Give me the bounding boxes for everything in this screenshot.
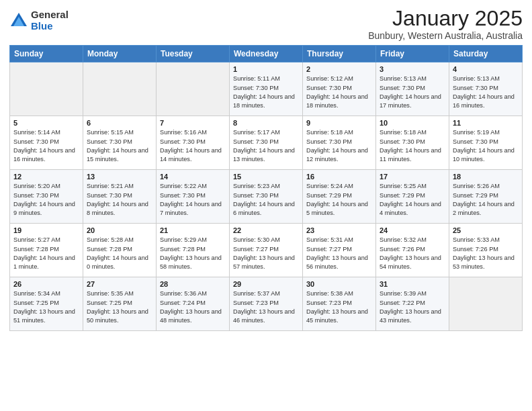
col-saturday: Saturday bbox=[449, 46, 523, 62]
calendar-cell: 24Sunrise: 5:32 AM Sunset: 7:26 PM Dayli… bbox=[376, 224, 449, 277]
day-number: 4 bbox=[453, 65, 519, 73]
day-info: Sunrise: 5:12 AM Sunset: 7:30 PM Dayligh… bbox=[306, 75, 372, 110]
day-number: 1 bbox=[233, 65, 299, 73]
day-number: 29 bbox=[233, 280, 299, 288]
calendar-cell: 20Sunrise: 5:28 AM Sunset: 7:28 PM Dayli… bbox=[83, 224, 157, 277]
calendar-cell: 30Sunrise: 5:38 AM Sunset: 7:23 PM Dayli… bbox=[303, 277, 376, 331]
day-number: 8 bbox=[233, 119, 299, 127]
day-number: 22 bbox=[233, 226, 299, 234]
day-info: Sunrise: 5:29 AM Sunset: 7:28 PM Dayligh… bbox=[160, 236, 226, 271]
day-number: 9 bbox=[306, 119, 372, 127]
calendar-cell bbox=[449, 277, 523, 331]
day-number: 26 bbox=[13, 280, 79, 288]
day-info: Sunrise: 5:31 AM Sunset: 7:27 PM Dayligh… bbox=[306, 236, 372, 271]
calendar-cell: 27Sunrise: 5:35 AM Sunset: 7:25 PM Dayli… bbox=[83, 277, 157, 331]
calendar-cell: 9Sunrise: 5:18 AM Sunset: 7:30 PM Daylig… bbox=[303, 116, 376, 170]
day-number: 28 bbox=[160, 280, 226, 288]
day-number: 6 bbox=[87, 119, 152, 127]
day-info: Sunrise: 5:21 AM Sunset: 7:30 PM Dayligh… bbox=[87, 182, 152, 218]
calendar-cell: 11Sunrise: 5:19 AM Sunset: 7:30 PM Dayli… bbox=[449, 116, 523, 170]
col-thursday: Thursday bbox=[303, 46, 376, 62]
page: General Blue January 2025 Bunbury, Weste… bbox=[0, 0, 532, 411]
calendar-cell: 2Sunrise: 5:12 AM Sunset: 7:30 PM Daylig… bbox=[303, 62, 376, 116]
logo: General Blue bbox=[9, 9, 69, 32]
calendar-cell: 29Sunrise: 5:37 AM Sunset: 7:23 PM Dayli… bbox=[230, 277, 303, 331]
header: General Blue January 2025 Bunbury, Weste… bbox=[9, 7, 523, 41]
day-number: 19 bbox=[13, 226, 79, 234]
month-title: January 2025 bbox=[368, 7, 523, 30]
calendar-cell: 1Sunrise: 5:11 AM Sunset: 7:30 PM Daylig… bbox=[230, 62, 303, 116]
day-number: 10 bbox=[380, 119, 445, 127]
calendar-cell bbox=[157, 62, 230, 116]
day-info: Sunrise: 5:22 AM Sunset: 7:30 PM Dayligh… bbox=[160, 182, 226, 218]
day-info: Sunrise: 5:18 AM Sunset: 7:30 PM Dayligh… bbox=[380, 128, 445, 164]
day-info: Sunrise: 5:19 AM Sunset: 7:30 PM Dayligh… bbox=[453, 128, 519, 164]
day-info: Sunrise: 5:18 AM Sunset: 7:30 PM Dayligh… bbox=[306, 128, 372, 164]
calendar-cell: 10Sunrise: 5:18 AM Sunset: 7:30 PM Dayli… bbox=[376, 116, 449, 170]
calendar-cell: 19Sunrise: 5:27 AM Sunset: 7:28 PM Dayli… bbox=[10, 224, 83, 277]
day-info: Sunrise: 5:33 AM Sunset: 7:26 PM Dayligh… bbox=[453, 236, 519, 271]
day-info: Sunrise: 5:37 AM Sunset: 7:23 PM Dayligh… bbox=[233, 289, 299, 325]
day-info: Sunrise: 5:25 AM Sunset: 7:29 PM Dayligh… bbox=[380, 182, 445, 218]
day-info: Sunrise: 5:36 AM Sunset: 7:24 PM Dayligh… bbox=[160, 289, 226, 325]
calendar-cell: 22Sunrise: 5:30 AM Sunset: 7:27 PM Dayli… bbox=[230, 224, 303, 277]
day-number: 15 bbox=[233, 173, 299, 181]
day-info: Sunrise: 5:26 AM Sunset: 7:29 PM Dayligh… bbox=[453, 182, 519, 218]
calendar-cell: 12Sunrise: 5:20 AM Sunset: 7:30 PM Dayli… bbox=[10, 170, 83, 224]
day-info: Sunrise: 5:30 AM Sunset: 7:27 PM Dayligh… bbox=[233, 236, 299, 271]
day-number: 30 bbox=[306, 280, 372, 288]
day-number: 17 bbox=[380, 173, 445, 181]
calendar-cell: 4Sunrise: 5:13 AM Sunset: 7:30 PM Daylig… bbox=[449, 62, 523, 116]
day-info: Sunrise: 5:14 AM Sunset: 7:30 PM Dayligh… bbox=[13, 128, 79, 164]
calendar-week-1: 1Sunrise: 5:11 AM Sunset: 7:30 PM Daylig… bbox=[10, 62, 523, 116]
day-number: 7 bbox=[160, 119, 226, 127]
calendar-week-2: 5Sunrise: 5:14 AM Sunset: 7:30 PM Daylig… bbox=[10, 116, 523, 170]
day-number: 11 bbox=[453, 119, 519, 127]
logo-icon bbox=[9, 11, 28, 30]
day-info: Sunrise: 5:35 AM Sunset: 7:25 PM Dayligh… bbox=[87, 289, 152, 325]
calendar-cell: 23Sunrise: 5:31 AM Sunset: 7:27 PM Dayli… bbox=[303, 224, 376, 277]
calendar-cell: 14Sunrise: 5:22 AM Sunset: 7:30 PM Dayli… bbox=[157, 170, 230, 224]
calendar-cell: 31Sunrise: 5:39 AM Sunset: 7:22 PM Dayli… bbox=[376, 277, 449, 331]
col-friday: Friday bbox=[376, 46, 449, 62]
calendar-header-row: Sunday Monday Tuesday Wednesday Thursday… bbox=[10, 46, 523, 62]
calendar-cell: 5Sunrise: 5:14 AM Sunset: 7:30 PM Daylig… bbox=[10, 116, 83, 170]
day-number: 21 bbox=[160, 226, 226, 234]
col-monday: Monday bbox=[83, 46, 157, 62]
calendar-cell: 3Sunrise: 5:13 AM Sunset: 7:30 PM Daylig… bbox=[376, 62, 449, 116]
logo-text: General Blue bbox=[31, 9, 69, 32]
calendar-cell: 28Sunrise: 5:36 AM Sunset: 7:24 PM Dayli… bbox=[157, 277, 230, 331]
day-number: 12 bbox=[13, 173, 79, 181]
day-info: Sunrise: 5:17 AM Sunset: 7:30 PM Dayligh… bbox=[233, 128, 299, 164]
day-number: 5 bbox=[13, 119, 79, 127]
day-info: Sunrise: 5:13 AM Sunset: 7:30 PM Dayligh… bbox=[380, 75, 445, 110]
logo-blue: Blue bbox=[31, 21, 69, 32]
calendar-cell: 18Sunrise: 5:26 AM Sunset: 7:29 PM Dayli… bbox=[449, 170, 523, 224]
day-number: 27 bbox=[87, 280, 152, 288]
col-sunday: Sunday bbox=[10, 46, 83, 62]
day-number: 18 bbox=[453, 173, 519, 181]
col-tuesday: Tuesday bbox=[157, 46, 230, 62]
calendar-cell: 17Sunrise: 5:25 AM Sunset: 7:29 PM Dayli… bbox=[376, 170, 449, 224]
day-number: 14 bbox=[160, 173, 226, 181]
day-number: 13 bbox=[87, 173, 152, 181]
day-info: Sunrise: 5:13 AM Sunset: 7:30 PM Dayligh… bbox=[453, 75, 519, 110]
location: Bunbury, Western Australia, Australia bbox=[368, 30, 523, 41]
day-info: Sunrise: 5:38 AM Sunset: 7:23 PM Dayligh… bbox=[306, 289, 372, 325]
day-number: 31 bbox=[380, 280, 445, 288]
calendar-cell: 7Sunrise: 5:16 AM Sunset: 7:30 PM Daylig… bbox=[157, 116, 230, 170]
calendar-cell: 6Sunrise: 5:15 AM Sunset: 7:30 PM Daylig… bbox=[83, 116, 157, 170]
calendar-cell: 26Sunrise: 5:34 AM Sunset: 7:25 PM Dayli… bbox=[10, 277, 83, 331]
title-block: January 2025 Bunbury, Western Australia,… bbox=[368, 7, 523, 41]
day-info: Sunrise: 5:34 AM Sunset: 7:25 PM Dayligh… bbox=[13, 289, 79, 325]
calendar-cell: 15Sunrise: 5:23 AM Sunset: 7:30 PM Dayli… bbox=[230, 170, 303, 224]
day-info: Sunrise: 5:39 AM Sunset: 7:22 PM Dayligh… bbox=[380, 289, 445, 325]
day-info: Sunrise: 5:11 AM Sunset: 7:30 PM Dayligh… bbox=[233, 75, 299, 110]
day-info: Sunrise: 5:32 AM Sunset: 7:26 PM Dayligh… bbox=[380, 236, 445, 271]
logo-general: General bbox=[31, 9, 69, 21]
day-info: Sunrise: 5:23 AM Sunset: 7:30 PM Dayligh… bbox=[233, 182, 299, 218]
day-number: 16 bbox=[306, 173, 372, 181]
calendar-cell bbox=[83, 62, 157, 116]
day-info: Sunrise: 5:28 AM Sunset: 7:28 PM Dayligh… bbox=[87, 236, 152, 271]
calendar-cell bbox=[10, 62, 83, 116]
